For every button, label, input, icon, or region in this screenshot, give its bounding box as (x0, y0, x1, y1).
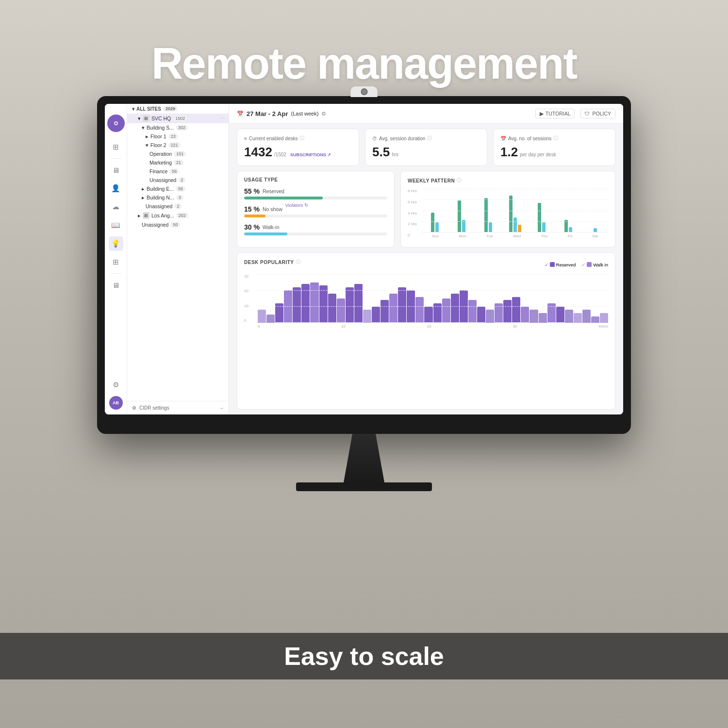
nav-person-icon[interactable]: 👤 (109, 181, 123, 196)
nav-monitor-icon[interactable]: 🖥 (109, 163, 123, 177)
svchq-count: 1502 (173, 116, 187, 121)
sun-bar-walkin (435, 222, 439, 232)
monitor-wrapper: ⊞ 🖥 👤 ☁ 📖 💡 ⊞ 🖥 ⚙ AB ▾ ALL SITES 20 (97, 97, 631, 491)
wed-bar-walkin (513, 217, 517, 232)
nav-monitor2-icon[interactable]: 🖥 (109, 278, 123, 292)
desk-popularity-title: DESK POPULARITY ⓘ (244, 259, 301, 265)
sidebar-item-unassigned2[interactable]: Unassigned 2 (127, 202, 229, 211)
info-icon1: ⓘ (299, 135, 304, 142)
noshow-bar-bg (244, 215, 387, 217)
info-icon4: ⓘ (457, 177, 462, 184)
popularity-chart-area (258, 274, 608, 323)
triangle-right-icon2: ▸ (142, 186, 145, 192)
header-actions: ▶ TUTORIAL 🛡 POLICY (535, 109, 615, 118)
reserved-bar-fill (244, 197, 323, 199)
headline: Remote management (0, 39, 728, 89)
check-icon1: ✓ (545, 262, 548, 267)
pop-bar-36 (574, 313, 582, 323)
legend-walkin-dot (587, 262, 592, 267)
pop-bar-24 (468, 300, 477, 323)
sidebar-item-unassigned1[interactable]: Unassigned 2 (127, 176, 229, 184)
pop-bar-28 (503, 300, 512, 323)
pop-bar-4 (293, 287, 301, 323)
floor2-label: Floor 2 (150, 142, 166, 148)
sidebar-item-buildingE[interactable]: ▸ Building E... 56 (127, 184, 229, 193)
triangle-right-icon3: ▸ (142, 195, 145, 200)
buildingS-label: Building S... (147, 125, 174, 131)
user-avatar[interactable]: AB (109, 396, 123, 410)
label-tue: Tue (486, 234, 493, 238)
nav-cloud-icon[interactable]: ☁ (109, 199, 123, 214)
triangle-down-icon4: ▾ (146, 142, 149, 148)
pop-bar-7 (319, 285, 328, 323)
pop-bar-35 (565, 310, 573, 323)
nav-gear-icon[interactable]: ⚙ (109, 378, 123, 392)
pop-bar-8 (328, 294, 336, 323)
floor1-count: 23 (168, 133, 178, 139)
nav-building-icon[interactable]: ⊞ (109, 140, 123, 154)
main-content: 📅 27 Mar - 2 Apr (Last week) ⚙ ▶ TUTORIA… (229, 104, 623, 414)
operation-count: 151 (174, 151, 186, 157)
violators-link[interactable]: Violators ↻ (285, 202, 308, 208)
pop-bar-15 (389, 294, 397, 323)
sidebar-item-operation[interactable]: Operation 151 (127, 149, 229, 158)
sidebar-item-svchq[interactable]: ▾ ⊞ SVC HQ 1502 ⋯ (127, 114, 229, 123)
sidebar-item-floor2[interactable]: ▾ Floor 2 221 (127, 141, 229, 149)
hline-0 (258, 322, 608, 323)
calendar-icon2: 📅 (500, 136, 506, 141)
pop-x-axis: 0 10 20 30 40hrs (258, 324, 608, 329)
pop-bar-16 (398, 287, 406, 323)
usage-type-title: USAGE TYPE (244, 177, 387, 182)
usage-walkin-label: 30 % Walk-in (244, 223, 387, 231)
svg-point-2 (115, 122, 117, 124)
thu-bar-walkin (542, 222, 546, 232)
pop-bar-14 (381, 300, 389, 323)
subtitle: Easy to scale (0, 633, 728, 679)
policy-button[interactable]: 🛡 POLICY (580, 109, 615, 118)
finance-label: Finance (149, 168, 167, 174)
info-icon3: ⓘ (553, 135, 558, 142)
label-wed: Wed (513, 234, 521, 238)
sidebar-item-unassigned3[interactable]: Unassigned 50 (127, 220, 229, 229)
sidebar-item-buildingN[interactable]: ▸ Building N... 3 (127, 193, 229, 202)
avg-sessions-unit: per day per desk (520, 152, 556, 157)
all-sites-header: ▾ ALL SITES 2029 (127, 104, 229, 114)
dots-icon[interactable]: ⋯ (219, 116, 225, 122)
nav-lightbulb-icon[interactable]: 💡 (109, 236, 123, 251)
settings-icon[interactable]: ⚙ (321, 111, 326, 117)
avg-sessions-value: 1.2 (500, 145, 518, 160)
desk-header: DESK POPULARITY ⓘ ✓ Reserved ✓ (244, 259, 608, 270)
webcam-lens (361, 88, 367, 95)
icon-rail: ⊞ 🖥 👤 ☁ 📖 💡 ⊞ 🖥 ⚙ AB (105, 104, 127, 414)
subscriptions-link[interactable]: SUBSCRIPTIONS ↗ (290, 152, 331, 157)
check-icon2: ✓ (581, 262, 585, 267)
cidr-settings-footer[interactable]: ⚙ CIDR settings → (127, 401, 229, 414)
nav-grid-icon[interactable]: ⊞ (109, 255, 123, 269)
thu-bar-reserved (538, 203, 541, 232)
monitor-base (296, 482, 432, 491)
finance-count: 56 (169, 168, 179, 174)
legend-walkin-label: Walk in (593, 262, 608, 267)
sidebar-item-buildingS[interactable]: ▾ Building S... 302 (127, 123, 229, 132)
tutorial-button[interactable]: ▶ TUTORIAL (535, 109, 575, 118)
nav-book-icon[interactable]: 📖 (109, 218, 123, 232)
wed-bar-noshow (518, 225, 521, 232)
sidebar-item-floor1[interactable]: ▸ Floor 1 23 (127, 132, 229, 141)
avg-sessions-card: 📅 Avg. no. of sessions ⓘ 1.2 per day per… (493, 129, 615, 166)
sidebar-item-marketing[interactable]: Marketing 21 (127, 158, 229, 167)
calendar-icon: 📅 (237, 111, 244, 117)
svchq-label: SVC HQ (151, 116, 171, 121)
buildingE-label: Building E... (147, 186, 174, 192)
pop-bar-30 (521, 307, 529, 323)
pop-bar-19 (424, 307, 432, 323)
date-range-value: 27 Mar - 2 Apr (247, 110, 288, 117)
pop-bar-13 (372, 307, 380, 323)
legend-reserved-label: Reserved (556, 262, 576, 267)
sidebar-item-finance[interactable]: Finance 56 (127, 167, 229, 176)
usage-noshow-label: 15 % No show Violators ↻ (244, 205, 387, 213)
x-label-10: 10 (341, 324, 346, 329)
hline-30 (258, 274, 608, 275)
sidebar-item-losangeles[interactable]: ▸ ⊞ Los Ang... 202 (127, 211, 229, 220)
monitor-stand (335, 434, 393, 482)
unassigned1-count: 2 (178, 177, 185, 183)
